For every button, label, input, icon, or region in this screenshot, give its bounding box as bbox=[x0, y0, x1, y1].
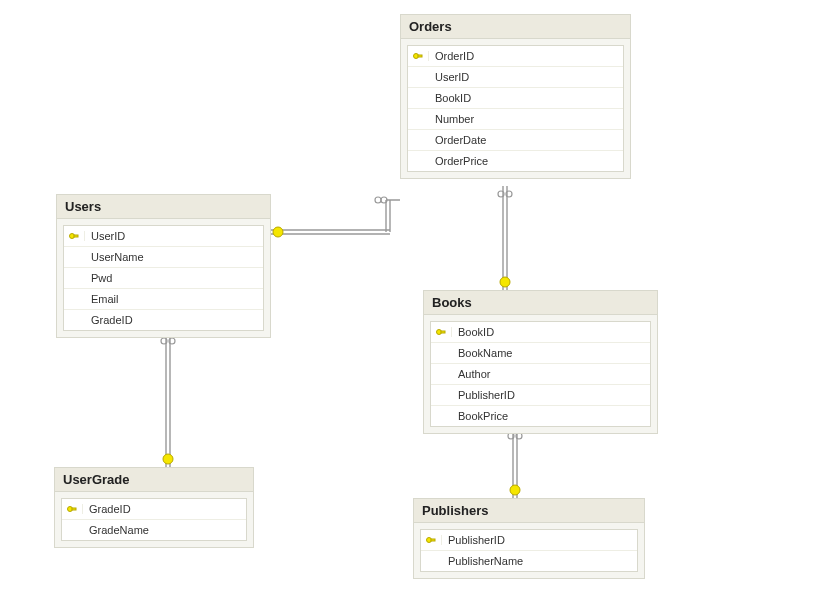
column-name: PublisherName bbox=[442, 555, 637, 567]
columns-list: UserID UserName Pwd Email GradeID bbox=[63, 225, 264, 331]
svg-point-8 bbox=[506, 191, 512, 197]
table-column[interactable]: UserID bbox=[64, 226, 263, 247]
column-name: OrderID bbox=[429, 50, 623, 62]
rel-users-usergrade bbox=[161, 333, 175, 467]
svg-rect-21 bbox=[431, 539, 435, 541]
svg-point-2 bbox=[381, 197, 387, 203]
table-column[interactable]: BookID bbox=[431, 322, 650, 343]
column-name: UserName bbox=[85, 251, 263, 263]
primary-key-icon bbox=[69, 231, 79, 241]
table-title: UserGrade bbox=[55, 468, 253, 492]
column-name: Pwd bbox=[85, 272, 263, 284]
table-column[interactable]: PublisherID bbox=[431, 385, 650, 406]
columns-list: OrderID UserID BookID Number OrderDate O… bbox=[407, 45, 624, 172]
table-column[interactable]: OrderID bbox=[408, 46, 623, 67]
table-users[interactable]: Users UserID UserName Pwd Email GradeID bbox=[56, 194, 271, 338]
svg-point-0 bbox=[273, 227, 283, 237]
table-column[interactable]: Pwd bbox=[64, 268, 263, 289]
column-name: PublisherID bbox=[452, 389, 650, 401]
rel-books-publishers bbox=[508, 428, 522, 498]
rel-users-orders bbox=[270, 197, 400, 237]
table-column[interactable]: Number bbox=[408, 109, 623, 130]
table-title: Publishers bbox=[414, 499, 644, 523]
columns-list: PublisherID PublisherName bbox=[420, 529, 638, 572]
column-name: Author bbox=[452, 368, 650, 380]
column-name: BookID bbox=[429, 92, 623, 104]
svg-rect-15 bbox=[74, 235, 78, 237]
table-orders[interactable]: Orders OrderID UserID BookID Number Orde… bbox=[400, 14, 631, 179]
columns-list: BookID BookName Author PublisherID BookP… bbox=[430, 321, 651, 427]
diagram-canvas: Orders OrderID UserID BookID Number Orde… bbox=[0, 0, 831, 606]
primary-key-icon bbox=[67, 504, 77, 514]
table-column[interactable]: OrderDate bbox=[408, 130, 623, 151]
table-column[interactable]: Email bbox=[64, 289, 263, 310]
svg-rect-19 bbox=[72, 508, 76, 510]
svg-point-1 bbox=[375, 197, 381, 203]
column-name: PublisherID bbox=[442, 534, 637, 546]
rel-orders-books bbox=[498, 186, 512, 290]
primary-key-icon bbox=[413, 51, 423, 61]
primary-key-icon bbox=[426, 535, 436, 545]
table-column[interactable]: GradeID bbox=[62, 499, 246, 520]
column-name: BookName bbox=[452, 347, 650, 359]
primary-key-icon bbox=[436, 327, 446, 337]
column-name: GradeID bbox=[85, 314, 263, 326]
column-name: BookPrice bbox=[452, 410, 650, 422]
table-column[interactable]: BookName bbox=[431, 343, 650, 364]
table-column[interactable]: UserID bbox=[408, 67, 623, 88]
table-usergrade[interactable]: UserGrade GradeID GradeName bbox=[54, 467, 254, 548]
column-name: UserID bbox=[429, 71, 623, 83]
svg-point-4 bbox=[161, 338, 167, 344]
table-column[interactable]: BookID bbox=[408, 88, 623, 109]
svg-point-3 bbox=[163, 454, 173, 464]
table-title: Books bbox=[424, 291, 657, 315]
column-name: UserID bbox=[85, 230, 263, 242]
table-title: Orders bbox=[401, 15, 630, 39]
column-name: OrderPrice bbox=[429, 155, 623, 167]
column-name: BookID bbox=[452, 326, 650, 338]
column-name: Email bbox=[85, 293, 263, 305]
table-books[interactable]: Books BookID BookName Author PublisherID… bbox=[423, 290, 658, 434]
table-column[interactable]: UserName bbox=[64, 247, 263, 268]
column-name: Number bbox=[429, 113, 623, 125]
svg-point-7 bbox=[498, 191, 504, 197]
svg-rect-17 bbox=[441, 331, 445, 333]
column-name: GradeID bbox=[83, 503, 246, 515]
table-column[interactable]: GradeID bbox=[64, 310, 263, 330]
table-column[interactable]: PublisherID bbox=[421, 530, 637, 551]
table-title: Users bbox=[57, 195, 270, 219]
column-name: GradeName bbox=[83, 524, 246, 536]
table-column[interactable]: OrderPrice bbox=[408, 151, 623, 171]
table-column[interactable]: Author bbox=[431, 364, 650, 385]
table-publishers[interactable]: Publishers PublisherID PublisherName bbox=[413, 498, 645, 579]
table-column[interactable]: BookPrice bbox=[431, 406, 650, 426]
svg-rect-13 bbox=[418, 55, 422, 57]
svg-point-6 bbox=[500, 277, 510, 287]
table-column[interactable]: PublisherName bbox=[421, 551, 637, 571]
table-column[interactable]: GradeName bbox=[62, 520, 246, 540]
svg-point-9 bbox=[510, 485, 520, 495]
svg-point-5 bbox=[169, 338, 175, 344]
columns-list: GradeID GradeName bbox=[61, 498, 247, 541]
column-name: OrderDate bbox=[429, 134, 623, 146]
